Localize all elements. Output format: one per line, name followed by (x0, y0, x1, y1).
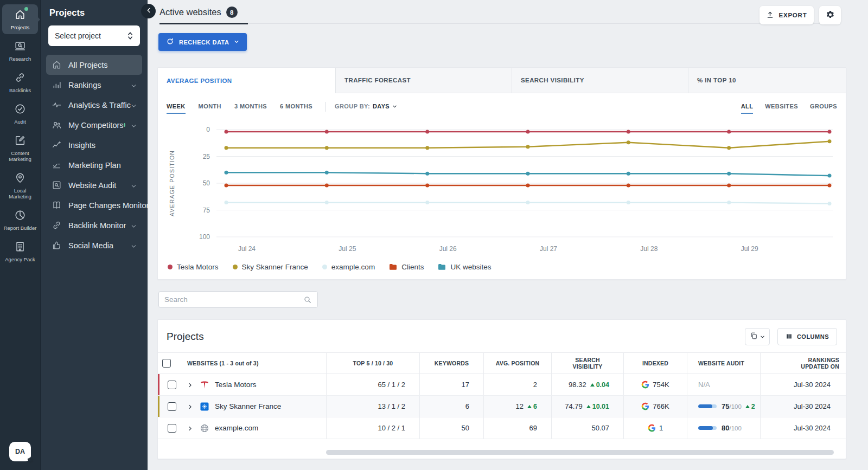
sidebar-item-website-audit[interactable]: Website Audit (46, 175, 142, 195)
expand-row-icon[interactable] (187, 425, 193, 431)
sidebar-item-insights[interactable]: Insights (46, 135, 142, 155)
columns-button[interactable]: COLUMNS (777, 328, 837, 345)
notification-dot (24, 7, 28, 11)
indexed-cell: 766K (623, 396, 687, 417)
website-audit-icon (52, 180, 62, 190)
scope-tab-all[interactable]: ALL (741, 103, 754, 114)
user-settings-gear-icon[interactable] (26, 456, 35, 465)
app-rail: ProjectsResearchBacklinksAuditContent Ma… (0, 0, 41, 470)
metric-tab-average-position[interactable]: AVERAGE POSITION (158, 68, 336, 93)
project-select[interactable]: Select project (48, 25, 140, 46)
rail-item-content-marketing[interactable]: Content Marketing (2, 130, 38, 166)
row-checkbox[interactable] (168, 402, 176, 411)
range-tab-3-months[interactable]: 3 MONTHS (234, 103, 267, 114)
rail-item-agency-pack[interactable]: Agency Pack (2, 236, 38, 266)
sidebar-collapse-button[interactable] (141, 4, 156, 18)
svg-text:Jul 28: Jul 28 (640, 245, 658, 253)
projects-table-header: Projects COLUMNS (158, 320, 846, 352)
website-name[interactable]: example.com (215, 424, 258, 432)
google-icon (641, 381, 649, 389)
scope-tab-groups[interactable]: GROUPS (810, 103, 837, 114)
positive-delta: 2 (745, 403, 755, 410)
svg-text:Jul 24: Jul 24 (238, 245, 256, 253)
sidebar-item-all-projects[interactable]: All Projects (46, 55, 142, 75)
recheck-data-button[interactable]: RECHECK DATA (158, 33, 247, 51)
chevron-down-icon (392, 101, 397, 111)
legend-item-sky-skanner-france[interactable]: Sky Skanner France (233, 263, 308, 271)
horizontal-scrollbar-track (326, 450, 834, 455)
row-checkbox[interactable] (168, 424, 176, 433)
avg-position-cell: 69 (483, 417, 551, 439)
keywords-cell: 50 (419, 417, 483, 439)
legend-item-clients[interactable]: Clients (389, 263, 424, 271)
col-avg-position: AVG. POSITION (483, 353, 551, 374)
expand-row-icon[interactable] (187, 382, 193, 388)
rail-item-backlinks[interactable]: Backlinks (2, 67, 38, 97)
range-tabs: WEEKMONTH3 MONTHS6 MONTHS (167, 103, 326, 114)
chevron-down-icon (131, 182, 137, 188)
group-by-dropdown[interactable]: GROUP BY: DAYS (335, 101, 397, 115)
active-websites-count-badge: 8 (226, 7, 238, 18)
legend-item-tesla-motors[interactable]: Tesla Motors (168, 263, 219, 271)
legend-item-uk-websites[interactable]: UK websites (438, 263, 491, 271)
content-marketing-icon (14, 134, 26, 146)
controls-separator (326, 102, 326, 112)
projects-icon (14, 9, 26, 21)
sidebar-item-my-competitors[interactable]: My Competitors (46, 115, 142, 135)
sidebar-item-marketing-plan[interactable]: Marketing Plan (46, 155, 142, 175)
rail-item-local-marketing[interactable]: Local Marketing (2, 168, 38, 203)
search-visibility-cell: 50.07 (551, 417, 623, 439)
range-tab-week[interactable]: WEEK (167, 103, 186, 114)
layout-view-button[interactable] (745, 328, 770, 345)
legend-item-example-com[interactable]: example.com (322, 263, 375, 271)
sidebar-item-analytics-traffic[interactable]: Analytics & Traffic (46, 95, 142, 115)
tab-active-websites-label: Active websites (159, 7, 221, 17)
table-actions: COLUMNS (745, 328, 837, 345)
user-avatar-initials: DA (15, 448, 25, 455)
svg-text:Jul 25: Jul 25 (339, 245, 356, 253)
row-checkbox-cell (158, 396, 182, 417)
svg-text:25: 25 (203, 153, 210, 160)
col-website-audit: WEBSITE AUDIT (687, 353, 760, 374)
rail-item-research[interactable]: Research (2, 36, 38, 66)
sidebar-item-page-changes-monitor[interactable]: Page Changes Monitor (46, 195, 142, 215)
table-row-tesla-motors: Tesla Motors65 / 1 / 217298.320.04754KN/… (158, 374, 846, 396)
scope-tab-websites[interactable]: WEBSITES (765, 103, 798, 114)
settings-button[interactable] (819, 6, 841, 24)
chevron-left-icon (145, 7, 152, 15)
range-tab-month[interactable]: MONTH (199, 103, 221, 114)
metric-tab-in-top-10[interactable]: % IN TOP 10 (688, 68, 846, 93)
table-row-sky-skanner-france: Sky Skanner France13 / 1 / 2612674.7910.… (158, 396, 846, 417)
website-cell: Tesla Motors (182, 374, 326, 395)
tesla-favicon-icon (200, 380, 209, 390)
sidebar-item-social-media[interactable]: Social Media (46, 235, 142, 255)
user-avatar[interactable]: DA (9, 442, 31, 461)
sidebar-item-rankings[interactable]: Rankings (46, 75, 142, 95)
row-checkbox[interactable] (168, 381, 176, 389)
horizontal-scrollbar[interactable] (326, 450, 834, 455)
keywords-cell: 17 (419, 374, 483, 395)
rail-item-audit[interactable]: Audit (2, 99, 38, 128)
expand-row-icon[interactable] (187, 403, 193, 409)
rail-item-report-builder[interactable]: Report Builder (2, 205, 38, 235)
scope-tabs: ALLWEBSITESGROUPS (741, 103, 837, 114)
globe-favicon-icon (200, 423, 209, 433)
my-competitors-icon (52, 120, 62, 130)
tab-active-websites[interactable]: Active websites 8 (159, 7, 238, 18)
header-checkbox-cell (158, 353, 182, 374)
svg-text:50: 50 (203, 179, 210, 187)
metric-tab-traffic-forecast[interactable]: TRAFFIC FORECAST (336, 68, 512, 93)
export-button[interactable]: EXPORT (760, 6, 814, 24)
website-name[interactable]: Sky Skanner France (215, 402, 281, 410)
search-input[interactable] (159, 295, 303, 304)
rail-item-projects[interactable]: Projects (2, 4, 38, 34)
agency-pack-icon (14, 241, 26, 253)
indexed-cell: 754K (623, 374, 687, 395)
insights-icon (52, 140, 62, 150)
range-tab-6-months[interactable]: 6 MONTHS (280, 103, 312, 114)
sidebar-item-backlink-monitor[interactable]: Backlink Monitor (46, 215, 142, 235)
metric-tab-search-visibility[interactable]: SEARCH VISIBILITY (512, 68, 688, 93)
chevron-down-icon (131, 122, 137, 128)
select-all-checkbox[interactable] (162, 359, 171, 368)
website-name[interactable]: Tesla Motors (215, 381, 257, 389)
